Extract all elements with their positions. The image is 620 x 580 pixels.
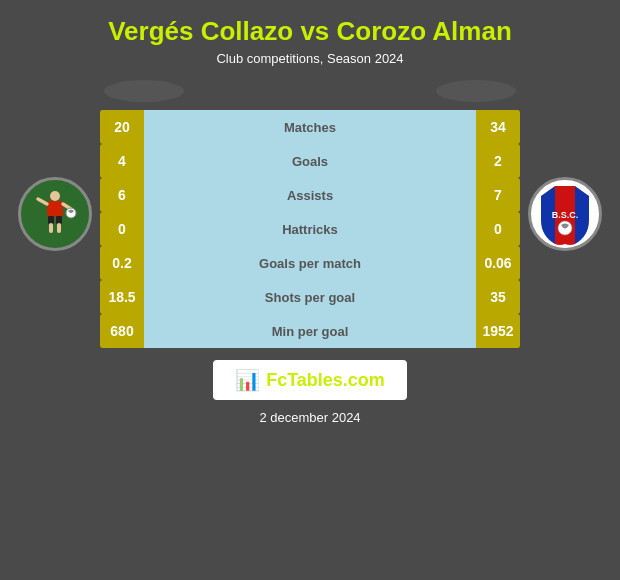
- svg-rect-4: [49, 223, 53, 233]
- stat-row: 6Assists7: [100, 178, 520, 212]
- stat-right-value: 2: [476, 144, 520, 178]
- stat-right-value: 35: [476, 280, 520, 314]
- stat-left-value: 6: [100, 178, 144, 212]
- brand-tables: Tables.com: [287, 370, 385, 390]
- stat-row: 0.2Goals per match0.06: [100, 246, 520, 280]
- brand-fc: Fc: [266, 370, 287, 390]
- svg-rect-1: [47, 201, 63, 217]
- team-logo-left: [18, 177, 92, 251]
- brand-row: 📊 FcTables.com: [0, 360, 620, 400]
- page-wrapper: Vergés Collazo vs Corozo Alman Club comp…: [0, 0, 620, 580]
- stat-left-value: 0: [100, 212, 144, 246]
- stat-left-value: 0.2: [100, 246, 144, 280]
- svg-line-6: [38, 199, 47, 204]
- stat-right-value: 0: [476, 212, 520, 246]
- date-footer: 2 december 2024: [259, 410, 360, 425]
- stat-left-value: 18.5: [100, 280, 144, 314]
- stat-label: Goals per match: [144, 246, 476, 280]
- svg-rect-2: [48, 216, 54, 224]
- player-icon: [28, 187, 82, 241]
- brand-text: FcTables.com: [266, 370, 385, 391]
- team-logo-right: B.S.C.: [528, 177, 602, 251]
- bsc-logo-icon: B.S.C.: [533, 182, 597, 246]
- main-area: 20Matches344Goals26Assists70Hattricks00.…: [0, 80, 620, 348]
- svg-point-0: [50, 191, 60, 201]
- brand-box: 📊 FcTables.com: [213, 360, 407, 400]
- svg-rect-3: [56, 216, 62, 224]
- stat-right-value: 0.06: [476, 246, 520, 280]
- stat-label: Goals: [144, 144, 476, 178]
- stat-left-value: 20: [100, 110, 144, 144]
- stat-label: Min per goal: [144, 314, 476, 348]
- page-title: Vergés Collazo vs Corozo Alman: [108, 16, 512, 47]
- stat-row: 4Goals2: [100, 144, 520, 178]
- oval-top-left: [104, 80, 184, 102]
- page-subtitle: Club competitions, Season 2024: [216, 51, 403, 66]
- svg-text:B.S.C.: B.S.C.: [552, 210, 579, 220]
- stat-left-value: 680: [100, 314, 144, 348]
- stats-container: 20Matches344Goals26Assists70Hattricks00.…: [100, 80, 520, 348]
- svg-rect-5: [57, 223, 61, 233]
- logo-left: [10, 177, 100, 251]
- stat-right-value: 34: [476, 110, 520, 144]
- logo-right: B.S.C.: [520, 177, 610, 251]
- stat-rows: 20Matches344Goals26Assists70Hattricks00.…: [100, 110, 520, 348]
- top-ovals: [100, 80, 520, 102]
- stat-row: 0Hattricks0: [100, 212, 520, 246]
- stat-row: 680Min per goal1952: [100, 314, 520, 348]
- stat-row: 18.5Shots per goal35: [100, 280, 520, 314]
- stat-label: Matches: [144, 110, 476, 144]
- stat-label: Assists: [144, 178, 476, 212]
- brand-chart-icon: 📊: [235, 368, 260, 392]
- stat-left-value: 4: [100, 144, 144, 178]
- stat-right-value: 7: [476, 178, 520, 212]
- stat-label: Shots per goal: [144, 280, 476, 314]
- oval-top-right: [436, 80, 516, 102]
- stat-label: Hattricks: [144, 212, 476, 246]
- stat-row: 20Matches34: [100, 110, 520, 144]
- stat-right-value: 1952: [476, 314, 520, 348]
